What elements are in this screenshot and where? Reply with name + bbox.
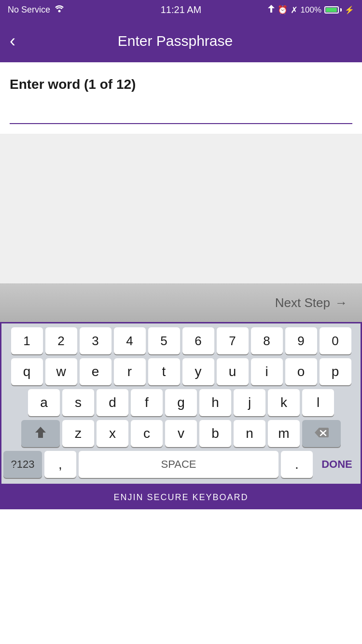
location-icon <box>268 5 275 15</box>
key-y[interactable]: y <box>182 358 214 385</box>
svg-marker-1 <box>35 427 46 436</box>
key-6[interactable]: 6 <box>182 327 214 354</box>
keyboard-brand-label: ENJIN SECURE KEYBOARD <box>113 492 248 503</box>
header-title: Enter Passphrase <box>25 33 325 49</box>
shift-key[interactable] <box>21 420 60 447</box>
key-s[interactable]: s <box>62 389 94 416</box>
comma-key[interactable]: , <box>44 451 76 478</box>
key-p[interactable]: p <box>320 358 351 385</box>
key-u[interactable]: u <box>217 358 249 385</box>
battery-icon <box>324 6 342 14</box>
key-1[interactable]: 1 <box>11 327 43 354</box>
status-bar: No Service 11:21 AM ⏰ ✗ 100% ⚡ <box>0 0 362 20</box>
key-i[interactable]: i <box>251 358 283 385</box>
key-3[interactable]: 3 <box>80 327 111 354</box>
key-g[interactable]: g <box>165 389 197 416</box>
key-c[interactable]: c <box>131 420 163 447</box>
keyboard-row-qwerty: q w e r t y u i o p <box>3 358 359 385</box>
key-4[interactable]: 4 <box>114 327 146 354</box>
key-x[interactable]: x <box>97 420 128 447</box>
keyboard-row-numbers: 1 2 3 4 5 6 7 8 9 0 <box>3 327 359 354</box>
bluetooth-icon: ✗ <box>291 5 298 15</box>
word-input[interactable] <box>10 107 352 120</box>
symbols-key[interactable]: ?123 <box>3 451 42 478</box>
space-key[interactable]: SPACE <box>79 451 278 478</box>
key-v[interactable]: v <box>165 420 197 447</box>
key-w[interactable]: w <box>45 358 77 385</box>
shift-icon <box>34 426 47 442</box>
svg-point-0 <box>58 10 61 13</box>
key-b[interactable]: b <box>199 420 231 447</box>
alarm-icon: ⏰ <box>278 5 288 15</box>
word-prompt-label: Enter word (1 of 12) <box>10 77 352 92</box>
key-o[interactable]: o <box>285 358 317 385</box>
period-key[interactable]: . <box>281 451 313 478</box>
gray-area <box>0 134 362 283</box>
key-l[interactable]: l <box>302 389 334 416</box>
svg-rect-2 <box>38 436 43 438</box>
key-q[interactable]: q <box>11 358 43 385</box>
backspace-icon <box>314 426 329 441</box>
key-a[interactable]: a <box>28 389 60 416</box>
key-7[interactable]: 7 <box>217 327 249 354</box>
key-h[interactable]: h <box>199 389 231 416</box>
backspace-key[interactable] <box>302 420 341 447</box>
next-step-arrow: → <box>335 295 348 310</box>
keyboard: 1 2 3 4 5 6 7 8 9 0 q w e r t y u i o p … <box>0 322 362 485</box>
key-j[interactable]: j <box>234 389 265 416</box>
key-z[interactable]: z <box>62 420 94 447</box>
key-0[interactable]: 0 <box>320 327 351 354</box>
header: ‹ Enter Passphrase <box>0 20 362 62</box>
key-8[interactable]: 8 <box>251 327 283 354</box>
carrier-label: No Service <box>8 5 50 15</box>
done-key[interactable]: DONE <box>315 451 359 478</box>
main-content: Enter word (1 of 12) <box>0 62 362 134</box>
keyboard-row-zxcv: z x c v b n m <box>3 420 359 447</box>
status-time: 11:21 AM <box>161 4 202 15</box>
keyboard-row-asdf: a s d f g h j k l <box>3 389 359 416</box>
key-2[interactable]: 2 <box>45 327 77 354</box>
key-t[interactable]: t <box>148 358 180 385</box>
next-step-label: Next Step <box>275 295 330 310</box>
back-button[interactable]: ‹ <box>10 32 15 50</box>
key-f[interactable]: f <box>131 389 163 416</box>
wifi-icon <box>54 5 65 15</box>
key-9[interactable]: 9 <box>285 327 317 354</box>
keyboard-row-bottom: ?123 , SPACE . DONE <box>3 451 359 478</box>
key-5[interactable]: 5 <box>148 327 180 354</box>
keyboard-footer: ENJIN SECURE KEYBOARD <box>0 485 362 509</box>
key-r[interactable]: r <box>114 358 146 385</box>
key-k[interactable]: k <box>268 389 300 416</box>
key-n[interactable]: n <box>234 420 265 447</box>
word-input-container <box>10 107 352 124</box>
next-step-bar[interactable]: Next Step → <box>0 283 362 322</box>
battery-percent: 100% <box>301 5 321 15</box>
key-m[interactable]: m <box>268 420 300 447</box>
key-e[interactable]: e <box>80 358 111 385</box>
charging-icon: ⚡ <box>345 5 354 14</box>
key-d[interactable]: d <box>97 389 128 416</box>
